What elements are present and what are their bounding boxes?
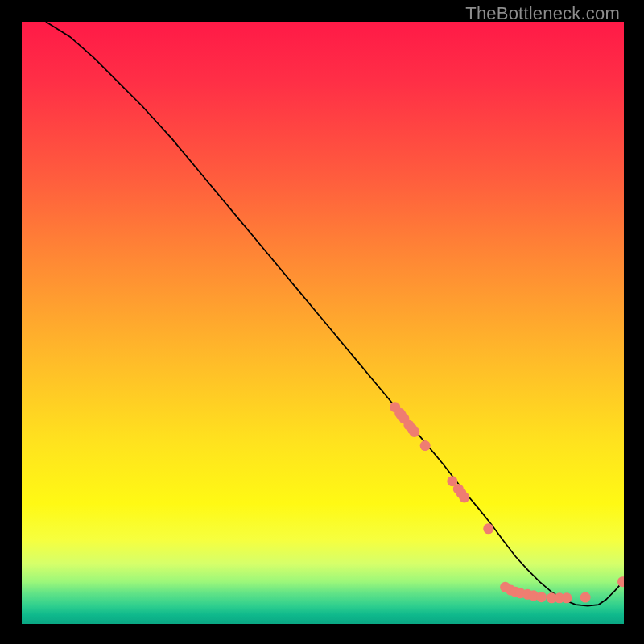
- scatter-dot: [420, 440, 431, 451]
- scatter-dot: [459, 492, 469, 502]
- plot-area: [22, 22, 624, 624]
- scatter-points: [390, 402, 624, 603]
- scatter-dot: [617, 576, 624, 587]
- scatter-dot: [483, 523, 493, 534]
- chart-stage: TheBottleneck.com: [0, 0, 644, 644]
- chart-overlay: [22, 22, 624, 624]
- bottleneck-curve: [46, 22, 624, 606]
- scatter-dot: [536, 592, 547, 602]
- scatter-dot: [409, 427, 419, 437]
- scatter-dot: [580, 592, 591, 603]
- scatter-dot: [561, 592, 572, 603]
